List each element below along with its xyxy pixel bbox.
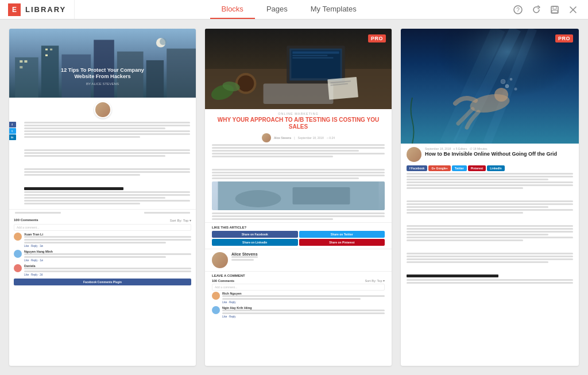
tab-blocks[interactable]: Blocks — [210, 0, 255, 19]
card3-meta: September 18, 2018 ≡ 5 Editors ⏱ 18 Minu… — [425, 147, 573, 157]
commenter-avatar — [212, 306, 220, 314]
body-text-line — [407, 179, 548, 180]
body-text-line — [407, 261, 548, 263]
close-button[interactable] — [566, 3, 580, 17]
refresh-button[interactable] — [529, 3, 543, 17]
body-text-line — [407, 203, 573, 205]
card2-body — [205, 144, 392, 220]
alice-bio-line — [231, 259, 254, 261]
body-text-line — [24, 130, 190, 132]
pro-badge: PRO — [368, 34, 386, 42]
svg-rect-17 — [20, 66, 22, 68]
like-label: Like · Reply · 2d — [24, 273, 191, 276]
library-content: 12 Tips To Protect Your Company Website … — [0, 20, 588, 375]
card3-social-row: f Facebook G+ Google+ Twitter Pinterest … — [401, 164, 579, 173]
svg-point-43 — [235, 190, 281, 207]
share-facebook-button[interactable]: Share on Facebook — [212, 231, 298, 238]
comment-content: Daniela Like · Reply · 2d — [24, 264, 191, 276]
body-text-line — [24, 155, 165, 157]
help-button[interactable]: ? — [511, 3, 525, 17]
author-avatar — [262, 133, 271, 142]
alice-name: Alice Stevens — [231, 252, 258, 256]
svg-rect-19 — [50, 49, 52, 51]
section-heading — [24, 187, 123, 190]
share-twitter-button[interactable]: Share on Twitter — [299, 231, 385, 238]
body-text-line — [24, 133, 190, 135]
svg-point-22 — [160, 38, 167, 45]
commenter-avatar — [212, 292, 220, 300]
like-label: Like · Reply · 3w — [24, 245, 191, 248]
card3-body — [401, 173, 579, 284]
card1-nav — [9, 209, 196, 216]
body-text-line — [212, 175, 385, 176]
add-comment-input[interactable]: Add a comment... — [212, 284, 385, 291]
alice-bio-line — [231, 256, 258, 258]
twitter-share-icon: t — [9, 128, 16, 134]
share-pinterest-button[interactable]: Share on Pinterest — [299, 239, 385, 246]
body-text-line — [407, 184, 573, 186]
body-text-line — [24, 203, 140, 204]
like-label: Like · Reply — [222, 315, 385, 318]
template-card-invisible-online[interactable]: PRO — [401, 29, 579, 366]
svg-point-51 — [494, 88, 508, 102]
card3-avatar — [407, 147, 421, 162]
body-text-line — [407, 282, 573, 284]
card3-date-line: September 18, 2018 ≡ 5 Editors ⏱ 18 Minu… — [425, 147, 573, 150]
body-text-line — [24, 127, 165, 129]
body-text-line — [407, 237, 573, 238]
svg-rect-13 — [146, 60, 164, 98]
header: E LIBRARY Blocks Pages My Templates ? — [0, 0, 588, 20]
facebook-share-btn[interactable]: f Facebook — [407, 165, 427, 171]
template-card-security[interactable]: 12 Tips To Protect Your Company Website … — [9, 29, 196, 366]
body-text-line — [212, 156, 333, 157]
commenter-avatar — [14, 264, 22, 272]
leave-comment-label: LEAVE A COMMENT — [212, 274, 385, 277]
body-text-line — [24, 122, 190, 123]
svg-point-55 — [514, 88, 517, 91]
body-text-line — [24, 171, 190, 173]
template-card-ab-testing[interactable]: PRO — [205, 29, 392, 366]
body-text-line — [24, 191, 190, 193]
sort-by: Sort By: Top ▾ — [365, 279, 385, 283]
header-actions: ? — [503, 3, 588, 17]
svg-rect-33 — [292, 57, 333, 59]
add-comment-input[interactable]: Add a comment... — [14, 224, 191, 231]
svg-rect-18 — [45, 49, 48, 51]
card1-body: f t in — [9, 122, 196, 209]
logo-area: E LIBRARY — [0, 0, 75, 19]
body-text-line — [407, 234, 548, 235]
svg-rect-8 — [15, 57, 38, 98]
comment-content: Ngin Hay Krih Hiing Like · Reply — [222, 306, 385, 318]
facebook-comments-btn[interactable]: Facebook Comments Plugin — [14, 279, 191, 285]
pinterest-share-btn[interactable]: Pinterest — [468, 165, 486, 171]
inline-image — [212, 181, 385, 210]
save-button[interactable] — [548, 3, 562, 17]
svg-point-52 — [505, 84, 509, 88]
tab-pages[interactable]: Pages — [255, 0, 299, 19]
comment-item: Ngin Hay Krih Hiing Like · Reply — [212, 306, 385, 318]
body-text-line — [407, 256, 573, 257]
google-share-btn[interactable]: G+ Google+ — [428, 165, 450, 171]
category-label: ONLINE MARKETING — [212, 112, 385, 115]
body-text-line — [407, 187, 523, 189]
svg-rect-30 — [291, 51, 340, 79]
facebook-share-icon: f — [9, 122, 16, 127]
comment-text-line — [24, 270, 191, 272]
tabs-area: Blocks Pages My Templates — [75, 0, 503, 19]
body-text-line — [212, 147, 385, 149]
publish-date: | — [294, 136, 295, 140]
comment-text-line — [24, 239, 191, 241]
linkedin-share-btn[interactable]: LinkedIn — [487, 165, 505, 171]
comment-content: Nguyen Hang Minh Like · Reply · 1w — [24, 250, 191, 262]
svg-text:Website From Hackers: Website From Hackers — [74, 74, 130, 79]
body-text-line — [212, 172, 385, 173]
comment-item: Daniela Like · Reply · 2d — [14, 264, 191, 276]
twitter-share-btn[interactable]: Twitter — [452, 165, 467, 171]
read-time: ○ 0:24 — [327, 136, 335, 140]
body-text-line — [407, 231, 573, 233]
share-linkedin-button[interactable]: Share on Linkedin — [212, 239, 298, 246]
body-text-line — [24, 194, 190, 196]
body-text-line — [407, 279, 573, 281]
svg-rect-4 — [552, 10, 558, 13]
tab-my-templates[interactable]: My Templates — [299, 0, 368, 19]
